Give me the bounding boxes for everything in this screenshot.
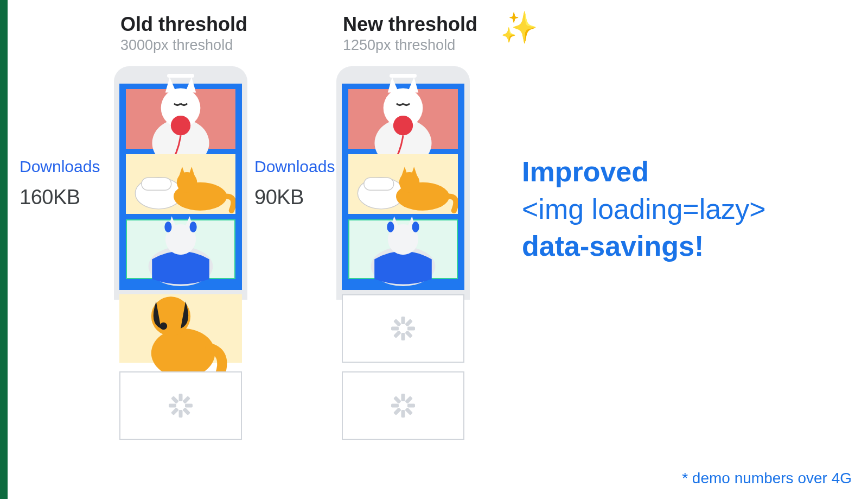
downloads-label-new: Downloads [254,157,336,176]
svg-marker-9 [179,167,186,176]
svg-marker-23 [407,77,418,92]
footnote: * demo numbers over 4G [682,470,852,487]
old-threshold-title: Old threshold [120,13,247,36]
downloads-size-old: 160KB [20,186,101,209]
old-download-label: Downloads 160KB [20,157,101,209]
placeholder-card [342,371,464,440]
svg-point-19 [160,323,168,330]
placeholder-card [342,294,464,363]
svg-point-36 [412,222,419,232]
svg-point-16 [190,222,197,232]
below-fold-old [119,294,242,449]
svg-marker-29 [401,167,408,176]
downloads-label-old: Downloads [20,157,101,176]
svg-point-15 [164,222,171,232]
image-card-dog [119,294,242,363]
new-threshold-heading: New threshold 1250px threshold [343,13,477,54]
svg-point-4 [171,116,190,135]
svg-marker-22 [388,77,399,92]
phone-mock-new [336,66,470,300]
svg-point-24 [393,116,413,135]
old-threshold-heading: Old threshold 3000px threshold [120,13,247,54]
image-card-orange-cat [348,154,458,214]
tagline-line3: data-savings! [522,228,766,265]
loading-spinner-icon [391,394,415,418]
orange-cat-icon [348,153,458,215]
downloads-size-new: 90KB [254,186,336,209]
tagline: Improved <img loading=lazy> data-savings… [522,153,766,265]
phone-screen-new [342,84,464,290]
svg-marker-10 [188,167,195,176]
phone-screen-old [119,84,242,290]
new-download-label: Downloads 90KB [254,157,336,209]
diagram-content: Old threshold 3000px threshold New thres… [8,0,868,499]
below-fold-new [342,294,464,449]
image-card-cat-yarn [126,89,235,149]
svg-rect-26 [364,178,394,190]
image-card-cat-yarn [348,89,458,149]
old-threshold-sub: 3000px threshold [120,37,247,54]
loading-spinner-icon [169,394,193,418]
cat-blanket-icon [349,209,457,290]
svg-point-17 [151,329,215,377]
loading-spinner-icon [391,317,415,340]
svg-rect-6 [142,178,171,190]
tagline-line2: <img loading=lazy> [522,191,766,228]
svg-marker-30 [411,167,417,176]
image-card-orange-cat [126,154,235,214]
placeholder-card [119,371,242,440]
svg-point-35 [387,222,394,232]
svg-marker-3 [185,77,196,92]
image-card-cat-blanket [348,219,458,279]
orange-cat-icon [126,153,235,215]
sparkle-icon: ✨ [500,10,538,46]
left-green-stripe [0,0,8,499]
new-threshold-title: New threshold [343,13,477,36]
tagline-line1: Improved [522,153,766,191]
phone-mock-old [114,66,247,300]
svg-marker-2 [165,77,176,92]
new-threshold-sub: 1250px threshold [343,37,477,54]
